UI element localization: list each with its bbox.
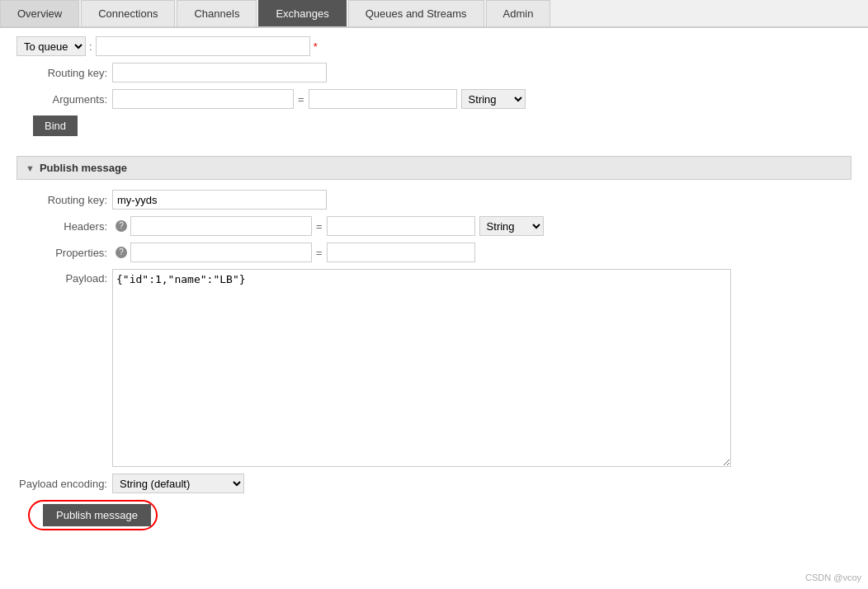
destination-dropdown-wrapper: To queue	[17, 36, 86, 56]
properties-equals: =	[316, 247, 323, 259]
destination-colon: :	[89, 40, 92, 53]
tab-overview[interactable]: Overview	[0, 0, 79, 26]
publish-message-button[interactable]: Publish message	[43, 504, 151, 526]
tab-bar: Overview Connections Channels Exchanges …	[0, 0, 868, 28]
arguments-key-input[interactable]	[112, 89, 294, 109]
tab-exchanges[interactable]: Exchanges	[258, 0, 346, 26]
publish-button-oval: Publish message	[28, 500, 158, 530]
arguments-row: Arguments: = String Number Boolean	[17, 89, 851, 109]
pub-routing-key-label: Routing key:	[17, 194, 107, 206]
payload-encoding-select[interactable]: String (default) Base64	[112, 474, 244, 493]
bind-form-section: To queue : * Routing key: Arguments: = S…	[17, 36, 851, 143]
payload-encoding-label: Payload encoding:	[17, 478, 107, 490]
headers-help-icon[interactable]: ?	[116, 220, 127, 232]
headers-row: Headers: ? = String Number Boolean	[17, 216, 851, 236]
headers-type-select[interactable]: String Number Boolean	[479, 216, 544, 236]
publish-section-header[interactable]: ▼ Publish message	[17, 156, 851, 180]
destination-input[interactable]	[96, 36, 310, 56]
required-star: *	[314, 40, 318, 53]
payload-encoding-row: Payload encoding: String (default) Base6…	[17, 474, 851, 493]
collapse-triangle-icon: ▼	[26, 163, 35, 173]
properties-help-icon[interactable]: ?	[116, 247, 127, 258]
headers-value-input[interactable]	[327, 216, 475, 236]
payload-textarea[interactable]: {"id":1,"name":"LB"}	[112, 269, 731, 467]
headers-label: Headers:	[17, 220, 107, 233]
destination-row: To queue : *	[17, 36, 851, 56]
arguments-label: Arguments:	[17, 93, 107, 106]
tab-queues[interactable]: Queues and Streams	[348, 0, 484, 26]
routing-key-input[interactable]	[112, 63, 327, 82]
payload-label: Payload:	[17, 272, 107, 285]
arguments-value-input[interactable]	[309, 89, 457, 109]
publish-section: Routing key: Headers: ? = String Number …	[17, 190, 851, 539]
routing-key-row: Routing key:	[17, 63, 851, 82]
headers-equals: =	[316, 220, 323, 233]
routing-key-label: Routing key:	[17, 67, 107, 79]
headers-key-input[interactable]	[130, 216, 312, 236]
publish-section-title: Publish message	[40, 162, 127, 174]
pub-routing-key-row: Routing key:	[17, 190, 851, 210]
tab-connections[interactable]: Connections	[81, 0, 175, 26]
pub-routing-key-input[interactable]	[112, 190, 327, 210]
payload-row: Payload: {"id":1,"name":"LB"}	[17, 269, 851, 467]
bind-button[interactable]: Bind	[33, 115, 78, 136]
properties-row: Properties: ? =	[17, 243, 851, 262]
tab-admin[interactable]: Admin	[486, 0, 551, 26]
tab-channels[interactable]: Channels	[177, 0, 257, 26]
arguments-equals: =	[298, 93, 304, 106]
destination-type-select[interactable]: To queue	[17, 36, 86, 56]
arguments-type-select[interactable]: String Number Boolean	[461, 89, 526, 109]
main-content: To queue : * Routing key: Arguments: = S…	[0, 28, 868, 547]
properties-value-input[interactable]	[327, 243, 475, 262]
properties-label: Properties:	[17, 247, 107, 259]
publish-button-row: Publish message	[25, 500, 851, 530]
bind-button-row: Bind	[25, 115, 851, 143]
properties-key-input[interactable]	[130, 243, 312, 262]
